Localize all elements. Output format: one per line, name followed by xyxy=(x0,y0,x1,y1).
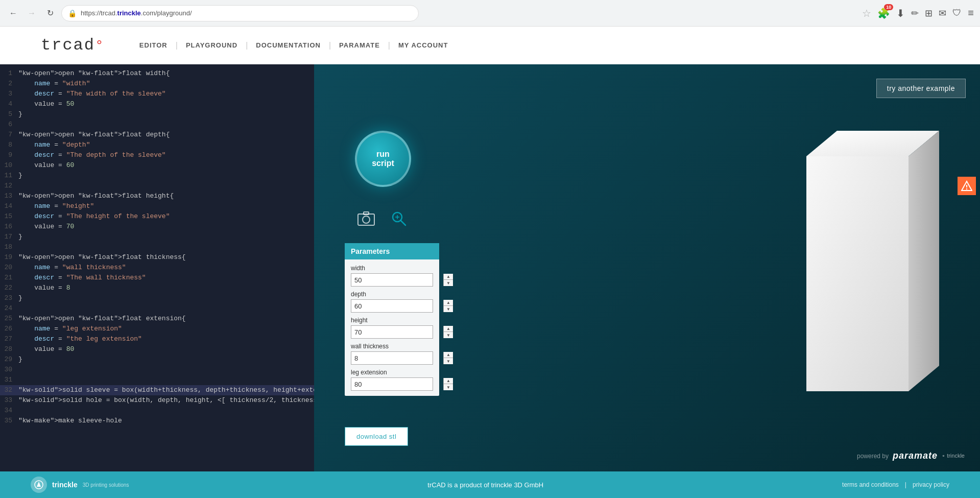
code-line-35: 35"kw-make">make sleeve-hole xyxy=(0,416,314,426)
mail-icon[interactable]: ✉ xyxy=(939,8,946,19)
param-spin-down-leg-extension[interactable]: ▼ xyxy=(444,384,453,390)
line-number: 10 xyxy=(0,160,18,171)
param-label-wall-thickness: wall thickness xyxy=(351,343,433,350)
viewport-tools xyxy=(355,207,410,230)
param-spin-up-depth[interactable]: ▲ xyxy=(444,300,453,306)
code-line-14: 14 name = "height" xyxy=(0,201,314,211)
param-input-wrap-leg-extension: ▲▼ xyxy=(351,377,433,391)
line-content: "kw-open">open "kw-float">float extensio… xyxy=(18,314,314,324)
code-line-12: 12 xyxy=(0,181,314,191)
line-number: 18 xyxy=(0,242,18,252)
search-icon[interactable] xyxy=(388,207,410,230)
download-stl-button[interactable]: download stl xyxy=(345,427,408,446)
site-nav: EDITOR | PLAYGROUND | DOCUMENTATION | PA… xyxy=(135,39,452,51)
3d-box-svg xyxy=(786,126,949,401)
param-spin-down-depth[interactable]: ▼ xyxy=(444,306,453,312)
line-content: "kw-solid">solid hole = box(width, depth… xyxy=(18,395,314,406)
line-number: 15 xyxy=(0,211,18,222)
nav-documentation[interactable]: DOCUMENTATION xyxy=(252,39,325,51)
line-content xyxy=(18,406,314,416)
param-spin-up-height[interactable]: ▲ xyxy=(444,326,453,332)
line-number: 11 xyxy=(0,171,18,181)
line-number: 33 xyxy=(0,395,18,406)
param-input-wall-thickness[interactable] xyxy=(351,352,443,364)
nav-divider-4: | xyxy=(388,41,390,50)
footer-privacy-link[interactable]: privacy policy xyxy=(913,481,949,488)
back-button[interactable]: ← xyxy=(6,6,20,20)
param-input-height[interactable] xyxy=(351,326,443,338)
reload-button[interactable]: ↻ xyxy=(43,6,57,20)
powered-by-label: powered by xyxy=(857,453,889,460)
footer-logo: trinckle 3D printing solutions xyxy=(31,477,129,493)
footer-links: terms and conditions | privacy policy xyxy=(842,481,949,488)
line-content: "kw-make">make sleeve-hole xyxy=(18,416,314,426)
footer-terms-link[interactable]: terms and conditions xyxy=(842,481,899,488)
line-content: descr = "The width of the sleeve" xyxy=(18,89,314,99)
address-bar[interactable]: 🔒 https://trcad.trinckle.com/playground/ xyxy=(61,5,419,21)
nav-my-account[interactable]: MY ACCOUNT xyxy=(394,39,452,51)
param-spin-up-width[interactable]: ▲ xyxy=(444,274,453,280)
screenshot-icon[interactable] xyxy=(355,207,377,230)
code-line-8: 8 name = "depth" xyxy=(0,140,314,150)
line-number: 34 xyxy=(0,406,18,416)
code-line-29: 29} xyxy=(0,354,314,365)
param-spin-up-leg-extension[interactable]: ▲ xyxy=(444,378,453,384)
nav-divider-3: | xyxy=(329,41,331,50)
code-line-10: 10 value = 60 xyxy=(0,160,314,171)
param-input-wrap-wall-thickness: ▲▼ xyxy=(351,351,433,365)
line-content: name = "wall thickness" xyxy=(18,263,314,273)
nav-playground[interactable]: PLAYGROUND xyxy=(182,39,242,51)
line-content: value = 50 xyxy=(18,99,314,109)
code-line-22: 22 value = 8 xyxy=(0,283,314,293)
badge-count: 10 xyxy=(884,4,893,10)
grid-icon[interactable]: ⊞ xyxy=(925,8,933,19)
code-line-30: 30 xyxy=(0,365,314,375)
line-content xyxy=(18,303,314,314)
menu-icon[interactable]: ≡ xyxy=(968,7,974,19)
svg-point-1 xyxy=(363,216,370,223)
svg-rect-10 xyxy=(806,156,909,391)
line-content: "kw-open">open "kw-float">float width{ xyxy=(18,68,314,79)
bookmark-icon[interactable]: ☆ xyxy=(862,7,871,19)
param-spin-up-wall-thickness[interactable]: ▲ xyxy=(444,352,453,358)
line-number: 20 xyxy=(0,263,18,273)
footer-link-divider: | xyxy=(905,481,906,488)
param-label-width: width xyxy=(351,265,433,272)
param-spin-down-width[interactable]: ▼ xyxy=(444,280,453,286)
extensions-icon[interactable]: 🧩 10 xyxy=(877,7,890,19)
line-content: descr = "The wall thickness" xyxy=(18,273,314,283)
param-input-width[interactable] xyxy=(351,274,443,286)
footer-logo-icon xyxy=(31,477,47,493)
code-editor[interactable]: 1"kw-open">open "kw-float">float width{2… xyxy=(0,64,314,471)
pencil-icon[interactable]: ✏ xyxy=(911,8,919,19)
params-body: width▲▼depth▲▼height▲▼wall thickness▲▼le… xyxy=(345,259,439,396)
nav-paramate[interactable]: PARAMATE xyxy=(335,39,384,51)
code-line-6: 6 xyxy=(0,120,314,130)
alert-icon[interactable] xyxy=(958,177,976,195)
param-input-leg-extension[interactable] xyxy=(351,378,443,390)
params-header: Parameters xyxy=(345,243,439,259)
line-number: 1 xyxy=(0,68,18,79)
param-spin-down-height[interactable]: ▼ xyxy=(444,332,453,338)
param-spin-down-wall-thickness[interactable]: ▼ xyxy=(444,358,453,364)
download-icon[interactable]: ⬇ xyxy=(896,7,905,19)
logo-symbol: ° xyxy=(95,38,105,54)
shield-icon[interactable]: 🛡 xyxy=(952,8,962,18)
code-line-7: 7"kw-open">open "kw-float">float depth{ xyxy=(0,130,314,140)
try-another-button[interactable]: try another example xyxy=(876,79,966,98)
footer-logo-sub: 3D printing solutions xyxy=(83,482,129,488)
logo[interactable]: trcad° xyxy=(41,36,105,55)
code-line-19: 19"kw-open">open "kw-float">float thickn… xyxy=(0,252,314,263)
param-input-depth[interactable] xyxy=(351,300,443,312)
nav-editor[interactable]: EDITOR xyxy=(135,39,172,51)
line-content: } xyxy=(18,354,314,365)
code-line-2: 2 name = "width" xyxy=(0,79,314,89)
svg-marker-12 xyxy=(909,131,939,391)
code-line-27: 27 descr = "the leg extension" xyxy=(0,334,314,344)
line-number: 24 xyxy=(0,303,18,314)
line-number: 35 xyxy=(0,416,18,426)
run-script-button[interactable]: run script xyxy=(355,131,411,187)
forward-button[interactable]: → xyxy=(25,6,39,20)
line-content xyxy=(18,365,314,375)
line-number: 13 xyxy=(0,191,18,201)
